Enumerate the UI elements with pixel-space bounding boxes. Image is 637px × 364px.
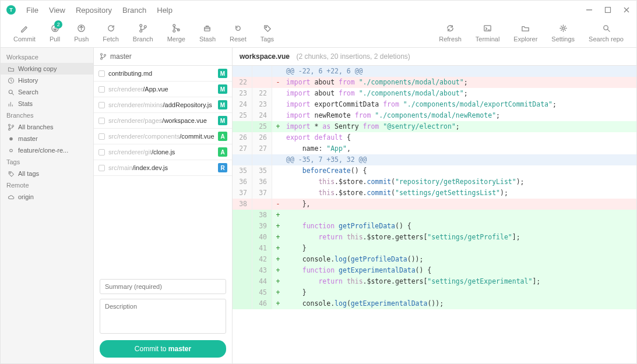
code-content: import * as Sentry from "@sentry/electro… [284,121,636,132]
pull-button[interactable]: Pull2 [43,22,67,44]
checkbox[interactable] [98,165,105,171]
fetch-button[interactable]: Fetch [96,22,126,44]
branch-name: master [110,52,132,61]
toolbar-label: Merge [167,36,185,43]
sidebar-item-search[interactable]: Search [1,86,93,98]
checkbox[interactable] [98,133,105,140]
code-content: import exportCommitData from "./componen… [284,99,636,110]
file-path: src/renderer/git/clone.js [108,149,214,156]
sidebar-item-history[interactable]: History [1,75,93,86]
code-content: @@ -35, 7 +35, 32 @@ [284,154,636,165]
code-content: this.$store.commit("repository/getReposi… [284,176,636,188]
description-input[interactable] [100,299,226,334]
status-badge: A [218,147,227,157]
code-content: name: "App", [284,143,636,154]
sidebar-item-feature[interactable]: feature/clone-re... [1,144,93,156]
status-badge: M [218,100,227,109]
diff-line: 42 + console.log(getProfileData()); [233,254,636,265]
diff-line: 22 - import about from "./components/mod… [233,77,636,88]
stash-button[interactable]: Stash [192,22,223,44]
checkbox[interactable] [98,70,105,77]
checkbox[interactable] [98,102,105,108]
reset-icon [234,23,242,33]
terminal-icon [483,23,492,33]
diff-line: @@ -35, 7 +35, 32 @@ [233,154,636,165]
toolbar-label: Pull [50,36,60,43]
file-row[interactable]: src/renderer/pages/workspace.vue M [94,113,232,129]
sidebar-item-label: History [18,77,38,84]
code-content: return this.$store.getters["settings/get… [284,276,636,287]
sidebar-item-label: All tags [18,170,39,177]
diff-content[interactable]: @@ -22, 6 +22, 6 @@22 - import about fro… [233,66,636,363]
file-row[interactable]: contributing.md M [94,66,232,82]
checkbox[interactable] [98,118,105,124]
diff-mark [272,88,284,99]
old-line-number: 23 [233,88,252,99]
toolbar-label: Stash [199,36,216,43]
file-row[interactable]: src/renderer/App.vue M [94,82,232,97]
searchrepo-button[interactable]: Search repo [582,22,631,44]
old-line-number: 26 [233,132,252,143]
diff-line: 45 + } [233,287,636,298]
gear-icon [559,23,568,33]
sidebar-item-origin[interactable]: origin [1,191,93,203]
old-line-number [233,265,252,276]
svg-point-22 [10,137,13,140]
svg-point-25 [101,54,103,55]
toolbar-label: Fetch [103,36,119,43]
sidebar-item-label: Stats [18,100,33,107]
tags-button[interactable]: Tags [254,22,281,44]
tag-icon [8,170,15,177]
new-line-number: 37 [252,188,272,199]
toolbar-label: Push [74,36,89,43]
explorer-button[interactable]: Explorer [506,22,544,44]
sidebar-section-title: Tags [1,156,93,168]
checkbox[interactable] [98,86,105,93]
close-icon[interactable] [622,6,631,14]
settings-button[interactable]: Settings [544,22,582,44]
menu-branch[interactable]: Branch [122,6,146,15]
file-row[interactable]: src/renderer/git/clone.js A [94,144,232,160]
menu-help[interactable]: Help [157,6,173,15]
diff-mark [272,66,284,77]
arrow-up-icon [77,23,86,33]
reset-button[interactable]: Reset [223,22,254,44]
new-line-number: 27 [252,143,272,154]
code-content: beforeCreate() { [284,165,636,176]
menu-repository[interactable]: Repository [76,6,112,15]
file-row[interactable]: src/renderer/mixins/addRepository.js M [94,97,232,113]
branch-button[interactable]: Branch [126,22,160,44]
sidebar-item-all-tags[interactable]: All tags [1,168,93,179]
sidebar-item-working-copy[interactable]: Working copy [1,63,93,75]
diff-line: 46 + console.log(getExperimentalData()); [233,298,636,309]
sidebar-item-master[interactable]: master [1,133,93,144]
menu-view[interactable]: View [49,6,65,15]
diff-mark [272,110,284,121]
new-line-number: 38 [252,210,272,221]
maximize-icon[interactable] [604,6,612,14]
new-line-number: 35 [252,165,272,176]
sidebar-item-stats[interactable]: Stats [1,98,93,109]
refresh-button[interactable]: Refresh [432,22,469,44]
menu-file[interactable]: File [26,6,38,15]
terminal-button[interactable]: Terminal [469,22,507,44]
old-line-number: 24 [233,99,252,110]
pencil-icon [20,23,29,33]
file-row[interactable]: src/renderer/components/commit.vue A [94,129,232,144]
badge: 2 [54,20,62,29]
svg-point-15 [562,27,564,29]
sidebar-item-all-branches[interactable]: All branches [1,121,93,133]
checkbox[interactable] [98,149,105,156]
push-button[interactable]: Push [67,22,96,44]
branch-selector[interactable]: master [94,48,232,66]
folder-icon [8,65,15,72]
commit-button[interactable]: Commit [6,22,43,44]
commit-button[interactable]: Commit to master [100,340,226,358]
file-row[interactable]: src/main/index.dev.js R [94,160,232,176]
code-content: console.log(getExperimentalData()); [284,298,636,309]
new-line-number: 40 [252,232,272,243]
summary-input[interactable] [100,279,226,294]
old-line-number [233,232,252,243]
minimize-icon[interactable] [585,6,593,14]
merge-button[interactable]: Merge [160,22,192,44]
